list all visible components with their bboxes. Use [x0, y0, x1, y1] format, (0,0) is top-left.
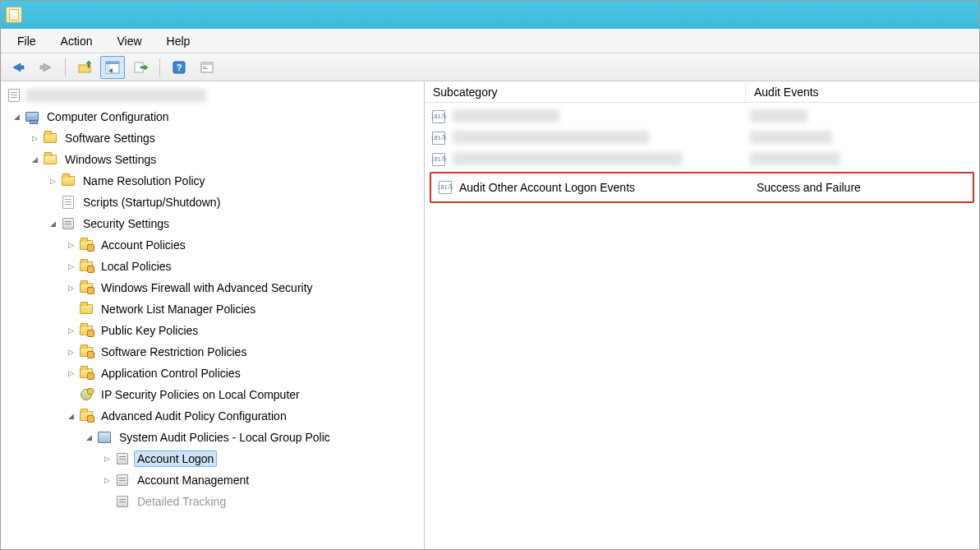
folder-lock-icon [78, 409, 94, 423]
redacted-text [453, 152, 683, 165]
export-button[interactable] [128, 56, 153, 79]
help-button[interactable]: ? [167, 56, 191, 79]
redacted-text [750, 131, 832, 144]
expand-toggle[interactable]: ▷ [65, 346, 76, 358]
redacted-text [453, 131, 650, 144]
tree-item-local-policies[interactable]: Local Policies [98, 258, 175, 275]
tree-item-security-settings[interactable]: Security Settings [80, 215, 173, 232]
details-list: Subcategory Audit Events [425, 81, 979, 549]
table-row[interactable]: Audit Other Account Logon Events Success… [436, 177, 968, 198]
tree-item-advanced-audit[interactable]: Advanced Audit Policy Configuration [98, 408, 290, 424]
tree-item-software-settings[interactable]: Software Settings [62, 130, 159, 146]
main-area: ◢ Computer Configuration ▷ Software Sett [1, 81, 979, 549]
expand-toggle[interactable]: ▷ [29, 132, 40, 144]
folder-up-icon [77, 60, 92, 75]
table-row[interactable] [430, 149, 974, 170]
menu-help[interactable]: Help [155, 31, 202, 51]
policy-group-icon [96, 430, 113, 445]
collapse-toggle[interactable]: ◢ [11, 111, 22, 122]
ipsec-icon [78, 387, 94, 402]
script-icon [60, 195, 76, 210]
folder-lock-icon [78, 323, 94, 338]
toolbar: ? [1, 53, 979, 81]
menu-file[interactable]: File [6, 31, 48, 51]
menu-action[interactable]: Action [49, 31, 104, 51]
show-hide-tree-button[interactable] [100, 56, 125, 79]
help-icon: ? [172, 60, 186, 75]
tree-item-software-restriction[interactable]: Software Restriction Policies [98, 344, 250, 360]
app-window: File Action View Help ? [0, 0, 980, 550]
tree-item-windows-firewall[interactable]: Windows Firewall with Advanced Security [98, 280, 316, 296]
tree-item-public-key[interactable]: Public Key Policies [98, 322, 201, 339]
tree-item-computer-configuration[interactable]: Computer Configuration [44, 109, 173, 125]
redacted-text [750, 109, 807, 122]
collapse-toggle[interactable]: ◢ [83, 432, 94, 443]
collapse-toggle[interactable]: ◢ [47, 218, 58, 229]
folder-lock-icon [78, 280, 94, 295]
tree-item-network-list[interactable]: Network List Manager Policies [98, 301, 259, 317]
svg-rect-10 [203, 68, 208, 69]
expand-toggle[interactable]: ▷ [101, 453, 113, 464]
cell-audit-events: Success and Failure [753, 181, 968, 194]
tree-item-account-policies[interactable]: Account Policies [98, 237, 189, 253]
back-button[interactable] [6, 56, 30, 79]
tree-item-account-management[interactable]: Account Management [134, 472, 252, 488]
column-audit-events[interactable]: Audit Events [745, 82, 979, 102]
folder-icon [78, 302, 94, 317]
table-row[interactable] [430, 127, 974, 149]
policy-item-icon [114, 494, 131, 509]
back-icon [10, 61, 26, 74]
tree-item-system-audit[interactable]: System Audit Policies - Local Group Poli… [116, 429, 334, 446]
tree-item-name-resolution[interactable]: Name Resolution Policy [80, 173, 209, 189]
folder-lock-icon [78, 238, 94, 252]
expand-toggle[interactable]: ▷ [65, 282, 76, 293]
column-subcategory[interactable]: Subcategory [425, 82, 745, 102]
audit-policy-icon [436, 181, 454, 194]
app-icon [6, 7, 22, 23]
tree-item-windows-settings[interactable]: Windows Settings [62, 151, 159, 168]
tree-item-scripts[interactable]: Scripts (Startup/Shutdown) [80, 194, 223, 210]
menu-view[interactable]: View [105, 31, 153, 51]
tree-item-ip-security[interactable]: IP Security Policies on Local Computer [98, 386, 303, 403]
properties-button[interactable] [195, 56, 219, 79]
folder-icon [42, 131, 58, 146]
policy-item-icon [114, 451, 131, 466]
navigation-tree[interactable]: ◢ Computer Configuration ▷ Software Sett [1, 81, 425, 549]
menu-bar: File Action View Help [1, 29, 979, 53]
tree-item-app-control[interactable]: Application Control Policies [98, 365, 244, 381]
up-button[interactable] [72, 56, 97, 79]
expand-toggle[interactable]: ▷ [65, 239, 76, 251]
computer-icon [24, 109, 40, 124]
folder-icon [60, 173, 76, 188]
expand-toggle[interactable]: ▷ [65, 367, 76, 379]
export-icon [133, 60, 148, 75]
svg-text:?: ? [177, 62, 182, 72]
cell-subcategory: Audit Other Account Logon Events [454, 181, 753, 194]
list-header: Subcategory Audit Events [425, 81, 979, 103]
expand-toggle[interactable]: ▷ [47, 175, 58, 187]
svg-rect-3 [106, 64, 110, 73]
window-icon [200, 60, 214, 75]
expand-toggle[interactable]: ▷ [65, 261, 76, 272]
list-body: Audit Other Account Logon Events Success… [425, 103, 979, 203]
expand-toggle[interactable]: ▷ [65, 325, 76, 336]
redacted-root-label [25, 89, 206, 102]
title-bar [1, 1, 979, 29]
highlighted-row-box: Audit Other Account Logon Events Success… [430, 172, 974, 203]
table-row[interactable] [430, 106, 974, 127]
redacted-text [750, 152, 840, 165]
tree-item-detailed-tracking[interactable]: Detailed Tracking [134, 493, 229, 510]
tree-item-account-logon[interactable]: Account Logon [134, 451, 217, 467]
svg-rect-9 [203, 67, 206, 67]
collapse-toggle[interactable]: ◢ [29, 154, 40, 165]
audit-policy-icon [430, 153, 448, 166]
svg-rect-8 [201, 62, 213, 65]
expand-toggle[interactable]: ▷ [101, 474, 113, 486]
forward-icon [38, 61, 54, 74]
collapse-toggle[interactable]: ◢ [65, 410, 76, 422]
security-icon [60, 216, 76, 231]
folder-lock-icon [78, 366, 94, 381]
document-icon [6, 88, 22, 103]
forward-button[interactable] [34, 56, 58, 79]
tree-pane-icon [105, 60, 120, 75]
